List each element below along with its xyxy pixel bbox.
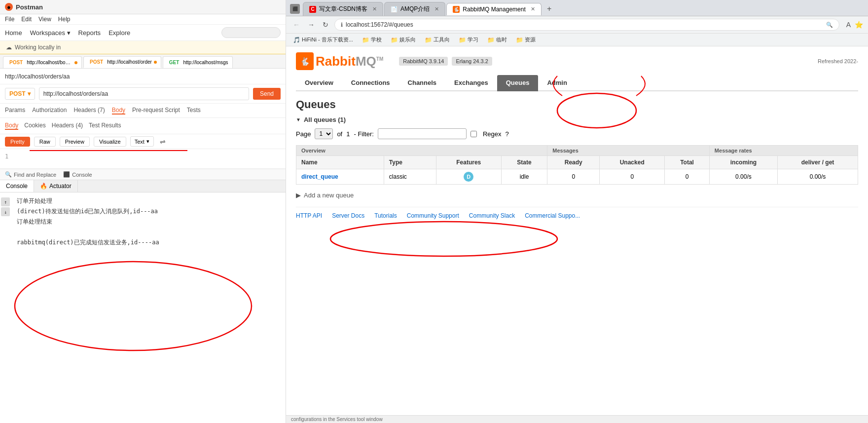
amqp-tab-close[interactable]: ✕ bbox=[434, 6, 439, 12]
wrap-icon[interactable]: ⇌ bbox=[160, 138, 166, 146]
regex-checkbox[interactable] bbox=[470, 131, 477, 137]
rmq-page-title: Queues bbox=[296, 98, 858, 111]
subtab-headers[interactable]: Headers (7) bbox=[73, 107, 105, 115]
nav-workspaces[interactable]: Workspaces ▾ bbox=[30, 29, 71, 37]
translate-icon[interactable]: A bbox=[846, 21, 851, 29]
regex-help-icon[interactable]: ? bbox=[505, 130, 508, 138]
info-icon: ℹ bbox=[341, 22, 343, 28]
forward-button[interactable]: → bbox=[306, 20, 317, 30]
rmq-nav: Overview Connections Channels Exchanges … bbox=[296, 75, 858, 91]
body-opt-headers[interactable]: Headers (4) bbox=[52, 122, 83, 130]
format-raw[interactable]: Raw bbox=[34, 137, 56, 147]
console-tab-actuator[interactable]: 🔥Actuator bbox=[34, 180, 78, 192]
subtab-auth[interactable]: Authorization bbox=[32, 107, 67, 115]
format-visualize[interactable]: Visualize bbox=[94, 137, 126, 147]
tab-post-orders[interactable]: POST http://localhost/order bbox=[83, 56, 161, 68]
filter-input[interactable] bbox=[378, 128, 467, 139]
page-select[interactable]: 1 bbox=[315, 128, 333, 139]
nav-reports[interactable]: Reports bbox=[78, 29, 101, 37]
bookmark-tools[interactable]: 📁 工具向 bbox=[422, 35, 453, 44]
footer-community-support[interactable]: Community Support bbox=[407, 212, 459, 219]
bookmark-hifini[interactable]: 🎵 HiFiNi - 音乐下载资... bbox=[290, 35, 356, 44]
format-pretty[interactable]: Pretty bbox=[5, 137, 30, 147]
menu-file[interactable]: File bbox=[5, 16, 14, 23]
console-tool[interactable]: ⬛ Console bbox=[63, 171, 92, 178]
scroll-down-btn[interactable]: ↓ bbox=[1, 207, 10, 216]
rmq-nav-exchanges[interactable]: Exchanges bbox=[445, 75, 497, 91]
rmq-all-queues-header[interactable]: ▼ All queues (1) bbox=[296, 116, 858, 123]
body-options: Body Cookies Headers (4) Test Results bbox=[5, 120, 281, 132]
section-triangle-icon: ▼ bbox=[296, 117, 301, 122]
back-button[interactable]: ← bbox=[291, 20, 302, 30]
subtab-body[interactable]: Body bbox=[112, 107, 125, 115]
rmq-refreshed: Refreshed 2022- bbox=[818, 58, 858, 64]
footer-tutorials[interactable]: Tutorials bbox=[374, 212, 397, 219]
send-button[interactable]: Send bbox=[253, 88, 281, 100]
tab-url-orders: http://localhost/order bbox=[107, 59, 152, 65]
console-tab-console[interactable]: Console bbox=[0, 180, 34, 192]
rmq-nav-overview[interactable]: Overview bbox=[296, 75, 342, 91]
entertainment-folder-icon: 📁 bbox=[391, 37, 398, 43]
rmq-nav-admin[interactable]: Admin bbox=[538, 75, 576, 91]
rmq-nav-connections[interactable]: Connections bbox=[342, 75, 399, 91]
find-replace-tool[interactable]: 🔍 Find and Replace bbox=[5, 171, 56, 178]
tab-get-msgs[interactable]: GET http://localhost/msgs bbox=[163, 56, 233, 68]
scroll-up-btn[interactable]: ↑ bbox=[1, 197, 10, 206]
menu-help[interactable]: Help bbox=[58, 16, 71, 23]
url-input[interactable]: http://localhost/orders/aa bbox=[39, 87, 249, 100]
nav-explore[interactable]: Explore bbox=[108, 29, 130, 37]
footer-commercial-support[interactable]: Commercial Suppo... bbox=[525, 212, 580, 219]
method-selector[interactable]: POST ▾ bbox=[5, 88, 35, 100]
table-messages-section: Messages bbox=[547, 146, 710, 156]
table-overview-section: Overview bbox=[296, 146, 547, 156]
bookmark-resources[interactable]: 📁 资源 bbox=[513, 35, 539, 44]
add-new-queue[interactable]: ▶ Add a new queue bbox=[296, 192, 858, 199]
zoom-icon[interactable]: ⭐ bbox=[855, 21, 863, 29]
bookmark-resources-label: 资源 bbox=[525, 36, 536, 43]
tab-url-msgs: http://localhost/msgs bbox=[183, 60, 228, 65]
regex-label: Regex bbox=[483, 130, 502, 138]
add-queue-label: Add a new queue bbox=[304, 192, 354, 199]
reload-button[interactable]: ↻ bbox=[321, 20, 330, 30]
statusbar-text: configurations in the Services tool wind… bbox=[291, 417, 383, 422]
col-deliver-get: deliver / get bbox=[777, 156, 858, 169]
tools-folder-icon: 📁 bbox=[425, 37, 432, 43]
console-line-1: 订单开始处理 bbox=[17, 196, 281, 205]
rabbitmq-tab-close[interactable]: ✕ bbox=[531, 6, 535, 12]
body-opt-cookies[interactable]: Cookies bbox=[24, 122, 45, 130]
browser-tab-amqp[interactable]: 📄 AMQP介绍 ✕ bbox=[384, 2, 445, 16]
nav-home[interactable]: Home bbox=[5, 29, 22, 37]
footer-community-slack[interactable]: Community Slack bbox=[469, 212, 515, 219]
queue-ready: 0 bbox=[547, 169, 600, 185]
line-number: 1 bbox=[5, 153, 8, 160]
browser-tab-rabbitmq[interactable]: 🐇 RabbitMQ Management ✕ bbox=[446, 3, 541, 15]
address-input[interactable]: ℹ localhost:15672/#/queues 🔍 bbox=[334, 19, 839, 31]
bookmark-temp[interactable]: 📁 临时 bbox=[484, 35, 510, 44]
subtab-tests[interactable]: Tests bbox=[187, 107, 201, 115]
bookmark-study[interactable]: 📁 学习 bbox=[456, 35, 481, 44]
queue-type: classic bbox=[384, 169, 436, 185]
rmq-nav-queues[interactable]: Queues bbox=[497, 75, 539, 91]
body-section: Body Cookies Headers (4) Test Results bbox=[0, 118, 286, 134]
bookmark-entertainment[interactable]: 📁 娱乐向 bbox=[388, 35, 419, 44]
rmq-nav-channels[interactable]: Channels bbox=[399, 75, 446, 91]
footer-http-api[interactable]: HTTP API bbox=[296, 212, 322, 219]
body-opt-body[interactable]: Body bbox=[5, 122, 18, 130]
code-editor[interactable]: 1 bbox=[0, 149, 286, 169]
new-tab-button[interactable]: + bbox=[542, 2, 556, 16]
postman-logo-icon: ● bbox=[5, 3, 13, 11]
menu-edit[interactable]: Edit bbox=[21, 16, 32, 23]
format-type-selector[interactable]: Text ▾ bbox=[130, 136, 154, 147]
rmq-logo-icon: 🐇 bbox=[296, 52, 314, 70]
subtab-params[interactable]: Params bbox=[5, 107, 25, 115]
format-preview[interactable]: Preview bbox=[60, 137, 90, 147]
footer-server-docs[interactable]: Server Docs bbox=[332, 212, 364, 219]
body-opt-testresults[interactable]: Test Results bbox=[89, 122, 121, 130]
menu-view[interactable]: View bbox=[38, 16, 51, 23]
bookmark-school[interactable]: 📁 学校 bbox=[359, 35, 385, 44]
tab-post-books[interactable]: POST http://localhost/books bbox=[3, 56, 82, 68]
csdn-tab-close[interactable]: ✕ bbox=[372, 6, 377, 12]
queue-name[interactable]: direct_queue bbox=[296, 169, 384, 185]
browser-tab-csdn[interactable]: C 写文章-CSDN博客 ✕ bbox=[303, 2, 383, 16]
subtab-prerequest[interactable]: Pre-request Script bbox=[132, 107, 180, 115]
